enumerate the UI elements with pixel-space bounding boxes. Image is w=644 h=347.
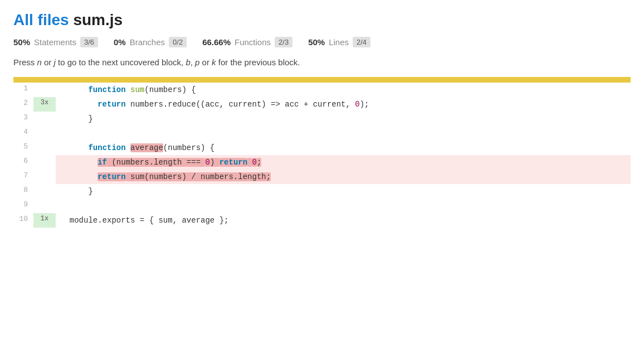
table-row: 10 1x module.exports = { sum, average };: [13, 213, 631, 228]
hint-text: Press n or j to go to the next uncovered…: [13, 57, 631, 67]
line-number: 7: [13, 170, 33, 184]
line-number: 8: [13, 184, 33, 199]
code-line: [56, 126, 631, 141]
table-row: 5 function average(numbers) {: [13, 141, 631, 155]
table-row: 2 3x return numbers.reduce((acc, current…: [13, 97, 631, 112]
code-section: 1 function sum(numbers) { 2 3x return nu…: [13, 83, 631, 228]
statements-label: Statements: [34, 37, 76, 47]
hit-count: [33, 141, 56, 155]
branches-label: Branches: [130, 37, 165, 47]
table-row: 9: [13, 199, 631, 213]
table-row: 6 if (numbers.length === 0) return 0;: [13, 155, 631, 170]
line-number: 3: [13, 112, 33, 126]
table-row: 1 function sum(numbers) {: [13, 83, 631, 97]
line-number: 6: [13, 155, 33, 170]
line-number: 10: [13, 213, 33, 228]
hit-count: [33, 199, 56, 213]
hit-count: 3x: [33, 97, 56, 112]
hit-count: [33, 83, 56, 97]
lines-badge: 2/4: [353, 37, 370, 47]
table-row: 3 }: [13, 112, 631, 126]
stats-row: 50% Statements 3/6 0% Branches 0/2 66.66…: [13, 37, 631, 47]
code-line: [56, 199, 631, 213]
line-number: 4: [13, 126, 33, 141]
allfiles-link[interactable]: All files: [13, 11, 69, 28]
code-line: function average(numbers) {: [56, 141, 631, 155]
code-line: module.exports = { sum, average };: [56, 213, 631, 228]
code-line: return sum(numbers) / numbers.length;: [56, 170, 631, 184]
functions-pct: 66.66%: [202, 37, 231, 47]
table-row: 7 return sum(numbers) / numbers.length;: [13, 170, 631, 184]
code-line: }: [56, 184, 631, 199]
hit-count: [33, 126, 56, 141]
functions-label: Functions: [235, 37, 271, 47]
functions-badge: 2/3: [275, 37, 292, 47]
line-number: 9: [13, 199, 33, 213]
hit-count: [33, 112, 56, 126]
code-line: return numbers.reduce((acc, current) => …: [56, 97, 631, 112]
lines-label: Lines: [329, 37, 349, 47]
stat-statements: 50% Statements 3/6: [13, 37, 98, 47]
hit-count: 1x: [33, 213, 56, 228]
filename: sum.js: [73, 11, 123, 28]
lines-pct: 50%: [308, 37, 325, 47]
line-number: 5: [13, 141, 33, 155]
stat-functions: 66.66% Functions 2/3: [202, 37, 292, 47]
table-row: 8 }: [13, 184, 631, 199]
hit-count: [33, 184, 56, 199]
stat-branches: 0% Branches 0/2: [114, 37, 187, 47]
page-title: All files sum.js: [13, 11, 631, 29]
statements-badge: 3/6: [80, 37, 98, 47]
stat-lines: 50% Lines 2/4: [308, 37, 370, 47]
table-row: 4: [13, 126, 631, 141]
code-line: }: [56, 112, 631, 126]
gold-divider: [13, 77, 631, 83]
hit-count: [33, 170, 56, 184]
code-line: if (numbers.length === 0) return 0;: [56, 155, 631, 170]
code-line: function sum(numbers) {: [56, 83, 631, 97]
hit-count: [33, 155, 56, 170]
branches-badge: 0/2: [169, 37, 187, 47]
line-number: 2: [13, 97, 33, 112]
line-number: 1: [13, 83, 33, 97]
statements-pct: 50%: [13, 37, 30, 47]
branches-pct: 0%: [114, 37, 126, 47]
